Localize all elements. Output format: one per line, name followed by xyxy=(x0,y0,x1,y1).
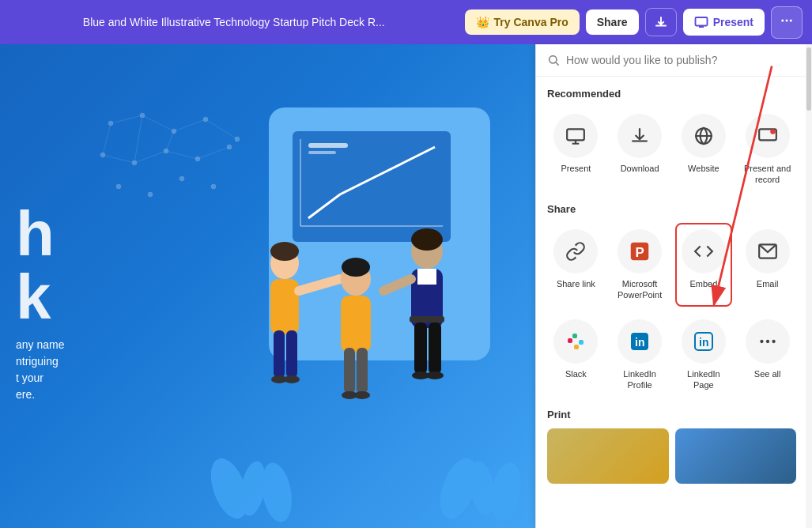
recommended-grid: Present Download xyxy=(547,107,796,192)
svg-rect-46 xyxy=(410,316,444,322)
svg-line-24 xyxy=(103,123,111,155)
svg-line-19 xyxy=(142,115,174,131)
print-thumb-2[interactable] xyxy=(675,428,797,484)
svg-line-41 xyxy=(299,279,340,291)
present-record-icon-svg xyxy=(757,126,778,146)
svg-point-15 xyxy=(148,192,153,197)
linkedin-page-icon: in xyxy=(682,319,726,364)
linkedin-profile-icon: in xyxy=(617,319,662,364)
ellipsis-icon xyxy=(780,13,794,28)
search-bar xyxy=(536,44,812,77)
svg-rect-76 xyxy=(572,334,577,338)
svg-point-43 xyxy=(411,228,443,251)
share-link-item[interactable]: Share link xyxy=(547,223,605,307)
svg-line-21 xyxy=(206,119,237,139)
see-all-item[interactable]: See all xyxy=(738,313,796,398)
svg-point-65 xyxy=(550,56,557,63)
scrollbar-track[interactable] xyxy=(806,44,812,528)
website-item-icon xyxy=(682,114,726,158)
email-item[interactable]: Email xyxy=(738,223,796,307)
svg-line-23 xyxy=(134,151,166,163)
embed-item-label: Embed xyxy=(689,278,717,289)
download-item-icon xyxy=(617,114,662,158)
svg-line-28 xyxy=(198,147,229,159)
svg-rect-47 xyxy=(414,322,427,374)
slack-icon-svg xyxy=(565,330,587,353)
print-grid xyxy=(547,428,796,484)
svg-text:in: in xyxy=(699,336,708,349)
present-item-icon xyxy=(553,114,598,158)
svg-text:P: P xyxy=(636,244,644,259)
svg-point-64 xyxy=(487,460,526,524)
embed-item[interactable]: Embed xyxy=(675,223,733,307)
svg-line-22 xyxy=(103,155,134,163)
linkedin-profile-item-label: LinkedIn Profile xyxy=(616,368,664,391)
recommended-label: Recommended xyxy=(547,88,796,100)
present-record-item[interactable]: Present and record xyxy=(738,107,796,192)
print-label: Print xyxy=(547,409,796,421)
share-link-icon xyxy=(553,229,598,273)
slack-item-label: Slack xyxy=(565,368,587,379)
svg-rect-38 xyxy=(286,330,297,378)
svg-point-2 xyxy=(786,19,788,21)
svg-point-70 xyxy=(770,129,776,134)
linkedin-icon-svg: in xyxy=(629,330,651,353)
present-record-item-label: Present and record xyxy=(743,163,791,186)
svg-rect-55 xyxy=(344,348,355,394)
present-icon xyxy=(694,15,708,29)
svg-rect-36 xyxy=(270,279,299,334)
print-thumb-1[interactable] xyxy=(547,428,669,484)
link-icon-svg xyxy=(565,241,586,262)
document-title: Blue and White Illustrative Technology S… xyxy=(9,16,459,28)
download-item-label: Download xyxy=(621,163,659,174)
present-button[interactable]: Present xyxy=(683,9,765,36)
email-icon-svg xyxy=(757,241,778,262)
svg-rect-48 xyxy=(429,322,441,374)
more-options-button[interactable] xyxy=(771,6,803,39)
linkedin-profile-item[interactable]: in LinkedIn Profile xyxy=(611,313,669,398)
email-item-label: Email xyxy=(757,278,779,289)
svg-point-16 xyxy=(179,176,184,181)
see-all-icon-svg xyxy=(757,331,778,352)
powerpoint-item[interactable]: P Microsoft PowerPoint xyxy=(611,223,669,307)
linkedin-page-item[interactable]: in LinkedIn Page xyxy=(675,313,733,398)
svg-rect-54 xyxy=(341,296,371,353)
slack-item-icon xyxy=(553,319,598,364)
svg-rect-77 xyxy=(574,345,579,349)
slide-heading-k: k xyxy=(16,266,64,329)
svg-point-53 xyxy=(342,258,370,277)
svg-rect-37 xyxy=(274,330,285,378)
download-item[interactable]: Download xyxy=(611,107,669,192)
publish-search-input[interactable] xyxy=(566,54,801,66)
svg-point-58 xyxy=(354,391,370,399)
panel-content: Recommended Present xyxy=(536,77,812,528)
svg-point-3 xyxy=(790,19,792,21)
svg-point-50 xyxy=(426,371,444,379)
publish-dropdown-panel: Recommended Present xyxy=(535,44,812,528)
present-item[interactable]: Present xyxy=(547,107,605,192)
crown-icon: 👑 xyxy=(476,16,489,28)
share-label: Share xyxy=(547,203,796,215)
scrollbar-thumb[interactable] xyxy=(806,47,811,111)
search-icon xyxy=(547,54,560,66)
svg-rect-32 xyxy=(308,143,348,148)
svg-text:in: in xyxy=(635,336,644,349)
people-illustration xyxy=(206,180,535,528)
svg-point-83 xyxy=(765,340,769,343)
svg-line-18 xyxy=(111,115,142,123)
website-item[interactable]: Website xyxy=(675,107,733,192)
share-link-item-label: Share link xyxy=(557,278,595,289)
embed-item-icon xyxy=(682,229,726,273)
website-item-label: Website xyxy=(688,163,719,174)
share-button[interactable]: Share xyxy=(586,9,639,35)
download-button[interactable] xyxy=(645,8,677,36)
try-canva-pro-button[interactable]: 👑 Try Canva Pro xyxy=(465,9,580,35)
svg-point-40 xyxy=(284,375,300,383)
canvas-area: h k any namentriguingt yourere. xyxy=(0,44,535,528)
linkedin-page-item-label: LinkedIn Page xyxy=(680,368,728,391)
svg-point-84 xyxy=(772,340,775,343)
slack-item[interactable]: Slack xyxy=(547,313,605,398)
powerpoint-item-label: Microsoft PowerPoint xyxy=(616,278,664,301)
present-icon-svg xyxy=(565,126,586,146)
powerpoint-item-icon: P xyxy=(617,229,662,273)
